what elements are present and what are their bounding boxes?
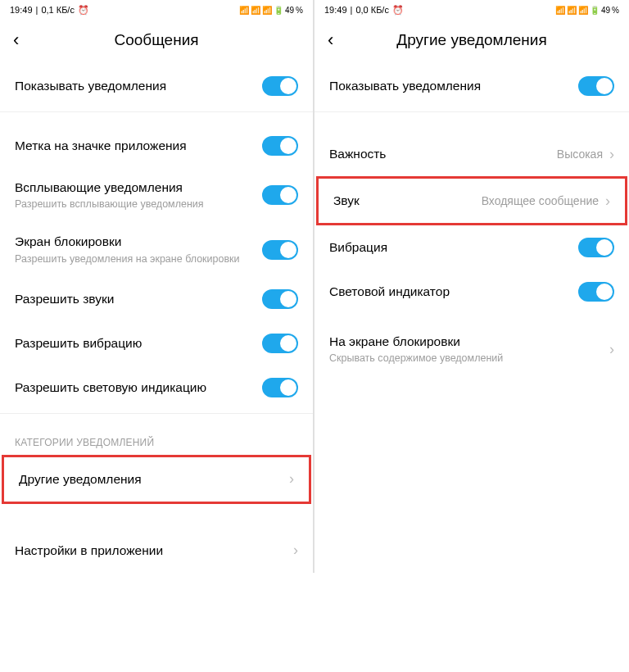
row-allow-vibration[interactable]: Разрешить вибрацию (0, 321, 313, 366)
row-other-notifications[interactable]: Другие уведомления › (4, 457, 309, 502)
chevron-right-icon: › (289, 470, 294, 488)
row-lockscreen[interactable]: Экран блокировки Разрешить уведомления н… (0, 222, 313, 276)
row-lockscreen[interactable]: На экране блокировки Скрывать содержимое… (314, 322, 629, 376)
signal-icon: 📶 (567, 6, 577, 15)
divider (0, 111, 313, 112)
status-time: 19:49 (10, 5, 33, 15)
page-title: Сообщения (114, 31, 198, 49)
signal-icon: 📶 (578, 6, 588, 15)
row-importance[interactable]: Важность Высокая › (314, 132, 629, 176)
row-popup[interactable]: Всплывающие уведомления Разрешить всплыв… (0, 168, 313, 222)
sublabel: Разрешить всплывающие уведомления (15, 198, 262, 211)
toggle-on[interactable] (578, 282, 614, 302)
label: Разрешить световую индикацию (15, 379, 262, 396)
alarm-icon: ⏰ (78, 5, 89, 16)
label: Световой индикатор (329, 284, 578, 300)
label: Всплывающие уведомления (15, 179, 262, 196)
toggle-on[interactable] (262, 185, 298, 205)
value: Входящее сообщение (482, 194, 599, 207)
battery-pct: 49 (285, 6, 294, 15)
header: ‹ Сообщения (0, 20, 313, 64)
row-app-settings[interactable]: Настройки в приложении › (0, 529, 313, 573)
header: ‹ Другие уведомления (314, 20, 629, 64)
phone-right: 19:49 | 0,0 КБ/с ⏰ 📶 📶 📶 🔋 49 % ‹ Другие… (314, 0, 629, 573)
toggle-on[interactable] (262, 334, 298, 353)
divider (314, 111, 629, 112)
label: Звук (333, 193, 482, 209)
sublabel: Разрешить уведомления на экране блокиров… (15, 252, 262, 266)
label: Разрешить звуки (15, 291, 262, 307)
wifi-icon: 📶 (239, 6, 249, 15)
toggle-on[interactable] (262, 136, 298, 156)
sublabel: Скрывать содержимое уведомлений (329, 352, 609, 365)
status-time: 19:49 (324, 5, 347, 15)
label: Важность (329, 146, 557, 162)
back-icon[interactable]: ‹ (328, 31, 346, 49)
highlight-sound: Звук Входящее сообщение › (316, 176, 627, 225)
divider (0, 413, 313, 414)
wifi-icon: 📶 (555, 6, 565, 15)
toggle-on[interactable] (578, 238, 614, 257)
section-categories: КАТЕГОРИИ УВЕДОМЛЕНИЙ (0, 417, 313, 455)
label: Вибрация (329, 239, 578, 256)
toggle-on[interactable] (578, 76, 614, 96)
toggle-on[interactable] (262, 289, 298, 309)
statusbar: 19:49 | 0,1 КБ/с ⏰ 📶 📶 📶 🔋 49 % (0, 0, 313, 20)
label: На экране блокировки (329, 334, 609, 350)
phone-left: 19:49 | 0,1 КБ/с ⏰ 📶 📶 📶 🔋 49 % ‹ Сообще… (0, 0, 314, 573)
chevron-right-icon: › (605, 193, 610, 210)
signal-icon: 📶 (262, 6, 272, 15)
label: Настройки в приложении (15, 543, 293, 559)
back-icon[interactable]: ‹ (13, 31, 31, 49)
status-speed: 0,1 КБ/с (41, 5, 75, 15)
status-speed: 0,0 КБ/с (355, 5, 389, 15)
row-badge[interactable]: Метка на значке приложения (0, 124, 313, 168)
row-allow-sound[interactable]: Разрешить звуки (0, 277, 313, 321)
highlight-other-notifications: Другие уведомления › (2, 455, 311, 504)
row-allow-light[interactable]: Разрешить световую индикацию (0, 366, 313, 410)
signal-icon: 📶 (251, 6, 260, 15)
label: Экран блокировки (15, 234, 262, 250)
label: Показывать уведомления (329, 78, 578, 94)
label: Метка на значке приложения (15, 138, 262, 154)
chevron-right-icon: › (609, 341, 614, 358)
alarm-icon: ⏰ (392, 5, 404, 16)
label: Другие уведомления (19, 471, 289, 488)
label: Показывать уведомления (15, 78, 262, 94)
toggle-on[interactable] (262, 240, 298, 260)
row-show-notifications[interactable]: Показывать уведомления (314, 64, 629, 108)
battery-icon: 🔋 (590, 6, 600, 15)
chevron-right-icon: › (609, 146, 614, 163)
battery-pct: 49 (601, 6, 610, 15)
toggle-on[interactable] (262, 378, 298, 397)
page-title: Другие уведомления (396, 31, 546, 49)
toggle-on[interactable] (262, 76, 298, 96)
chevron-right-icon: › (293, 542, 298, 559)
row-vibration[interactable]: Вибрация (314, 225, 629, 270)
value: Высокая (557, 148, 603, 161)
battery-icon: 🔋 (274, 6, 283, 15)
label: Разрешить вибрацию (15, 335, 262, 352)
statusbar: 19:49 | 0,0 КБ/с ⏰ 📶 📶 📶 🔋 49 % (314, 0, 629, 20)
row-light[interactable]: Световой индикатор (314, 270, 629, 314)
row-sound[interactable]: Звук Входящее сообщение › (319, 179, 625, 223)
row-show-notifications[interactable]: Показывать уведомления (0, 64, 313, 108)
